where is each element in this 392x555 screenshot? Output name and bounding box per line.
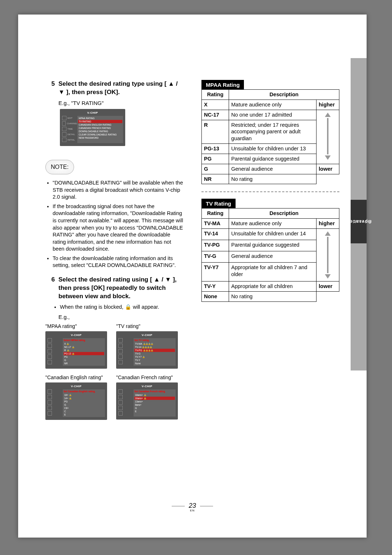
page-number: 23 [189,502,196,509]
note-badge: NOTE: [45,160,74,174]
step-6-eg: E.g., [58,313,183,321]
mpaa-rating-header: MPAA Rating [201,80,244,90]
step-6-bullet: When the rating is blocked, 🔒 will appea… [53,304,183,311]
caption-ce: "Canadian English rating" [45,374,113,380]
side-tab-advanced-operation: AdvancedOperation [351,200,367,243]
osd-canadian-english: V-CHIP Set Canadian English rating. [45,382,107,420]
caption-tv: "TV rating" [116,323,183,329]
osd-tv: V-CHIP Set TV rating. TV- [116,331,178,369]
right-column: MPAA Rating RatingDescription XMature au… [201,80,339,309]
caption-mpaa: "MPAA rating" [45,323,113,329]
page-footer: 23 EN [18,502,367,512]
osd-canadian-french: V-CHIP Set Canadian French rating. [116,382,178,420]
step-5-heading: 5 Select the desired rating type using [… [45,80,183,97]
arrow-down-icon [325,274,331,279]
caption-cf: "Canadian French rating" [116,374,183,380]
side-tab-gray-2 [351,243,367,370]
arrow-up-icon [325,231,331,236]
left-column: 5 Select the desired rating type using [… [45,80,183,424]
tv-rating-header: TV Rating [201,199,236,208]
mpaa-rating-table: RatingDescription XMature audience only … [201,89,339,184]
tv-rating-table: RatingDescription TV-MAMature audience o… [201,208,339,301]
osd-mpaa: V-CHIP Select MPAA rating. [45,331,107,369]
arrow-up-icon [325,113,331,117]
note-list: "DOWNLOADABLE RATING" will be available … [45,179,183,269]
step-6-heading: 6 Select the desired rating using [ ▲ / … [45,276,183,301]
manual-page: AdvancedOperation 5 Select the desired r… [18,15,367,538]
arrow-down-icon [325,155,331,160]
osd-vchip-menu: V-CHIP EDIT CHANNEL TIME DETAIL INITIAL … [60,109,125,146]
dashed-separator [201,191,339,192]
side-tab-gray [351,58,367,200]
step-5-example: E.g., "TV RATING" [58,100,183,107]
